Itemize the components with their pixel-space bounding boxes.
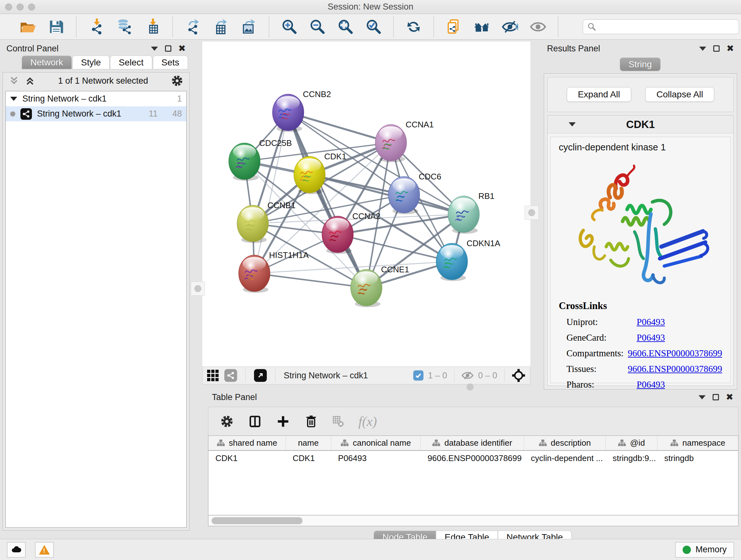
column-header-@id[interactable]: @id [606,436,657,450]
table-cell[interactable]: CDK1 [208,450,286,466]
cloud-button[interactable] [7,542,25,557]
search-icon [587,22,596,31]
export-table-button[interactable] [212,18,229,35]
gene-entry-header[interactable]: CDK1 [548,116,733,133]
crosslink-link[interactable]: 9606.ENSP00000378699 [628,348,722,359]
expand-all-networks-icon[interactable] [9,75,19,86]
table-cell[interactable]: cyclin-dependent ... [524,450,606,466]
node-label: HIST1H1A [269,250,309,260]
collapse-all-networks-icon[interactable] [24,75,36,86]
expand-all-button[interactable]: Expand All [567,87,631,102]
hide-selected-button[interactable] [502,18,518,35]
grid-view-icon[interactable] [207,370,219,381]
control-panel-close-icon[interactable]: ✖ [179,44,186,53]
network-canvas[interactable]: CCNB2CCNA1CDC25BCDK1CDC6RB1CCNB1CCNA2CDK… [202,42,530,367]
network-edge[interactable] [254,273,366,288]
network-collection-row[interactable]: String Network – cdk1 1 [6,91,186,106]
column-header-namespace[interactable]: namespace [657,436,738,450]
network-node-ccne1[interactable]: CCNE1 [351,265,409,307]
table-row[interactable]: CDK1CDK1P064939606.ENSP00000378699cyclin… [208,450,738,466]
collapse-all-button[interactable]: Collapse All [645,87,714,102]
show-columns-icon[interactable] [248,415,262,428]
zoom-in-button[interactable] [281,18,297,35]
node-label: CDKN1A [467,239,500,248]
memory-button[interactable]: Memory [675,542,734,557]
network-node-rb1[interactable]: RB1 [448,191,495,234]
network-options-gear-icon[interactable] [171,74,184,87]
tab-style[interactable]: Style [72,56,110,69]
gene-collapse-icon[interactable] [569,122,576,126]
import-table-button[interactable] [144,18,161,35]
selected-checkbox[interactable] [413,370,423,381]
table-panel: Table Panel ✖ f(x) shared namenamecanoni… [207,390,738,539]
add-column-icon[interactable] [276,415,290,428]
import-network-button[interactable] [88,18,105,35]
column-header-canonical-name[interactable]: canonical name [331,436,421,450]
warning-button[interactable]: ! [35,542,54,557]
homes-button[interactable] [474,18,490,35]
delete-column-icon[interactable] [304,415,318,428]
column-header-database-identifier[interactable]: database identifier [421,436,524,450]
column-header-name[interactable]: name [286,436,331,450]
table-cell[interactable]: P06493 [331,450,421,466]
export-network-button[interactable] [185,18,201,35]
tab-select[interactable]: Select [110,56,152,69]
network-row[interactable]: String Network – cdk1 11 48 [6,106,186,121]
control-panel-title: Control Panel [6,44,59,54]
network-node-cdc6[interactable]: CDC6 [388,172,441,214]
collection-count: 1 [177,94,182,104]
table-cell[interactable]: stringdb:9... [606,450,657,466]
table-panel-menu-icon[interactable] [698,395,705,399]
network-edge[interactable] [288,112,366,288]
scrollbar-thumb[interactable] [212,517,302,524]
tab-string[interactable]: String [620,57,660,71]
table-cell[interactable]: CDK1 [286,450,331,466]
results-panel-menu-icon[interactable] [699,47,706,51]
node-label: RB1 [478,191,495,201]
import-network-from-database-button[interactable] [116,18,133,35]
zoom-selected-button[interactable] [365,18,382,35]
node-label: CDC25B [259,138,292,148]
crosslink-link[interactable]: P06493 [636,379,665,390]
zoom-out-button[interactable] [309,18,326,35]
export-image-button[interactable] [241,18,257,35]
results-panel-float-icon[interactable] [713,45,720,52]
network-node-ccnb2[interactable]: CCNB2 [273,89,331,132]
network-node-cdkn1a[interactable]: CDKN1A [436,239,500,281]
refresh-button[interactable] [405,18,422,35]
save-session-button[interactable] [48,18,64,35]
crosslink-link[interactable]: P06493 [636,332,665,343]
table-panel-close-icon[interactable]: ✖ [726,393,733,401]
tab-sets[interactable]: Sets [153,56,188,69]
network-node-ccna2[interactable]: CCNA2 [322,211,381,254]
zoom-fit-button[interactable] [337,18,354,35]
table-cell[interactable]: 9606.ENSP00000378699 [421,450,524,466]
results-panel-close-icon[interactable]: ✖ [727,44,734,53]
column-header-description[interactable]: description [524,436,606,450]
network-view-icon[interactable] [224,369,237,382]
collection-expand-icon[interactable] [10,97,17,101]
column-header-shared-name[interactable]: shared name [208,436,286,450]
network-node-hist1h1a[interactable]: HIST1H1A [239,250,309,293]
node-label: CCNB1 [267,200,295,210]
table-horizontal-scrollbar[interactable] [208,515,738,526]
table-cell[interactable]: stringdb [657,450,738,466]
network-icon [20,108,32,120]
tab-network[interactable]: Network [22,56,72,69]
open-session-button[interactable] [20,18,37,35]
right-splitter-handle[interactable] [525,206,539,220]
control-panel-menu-icon[interactable] [151,47,158,51]
birdseye-crosshair-icon[interactable] [512,368,526,382]
search-input[interactable] [583,19,739,34]
table-options-gear-icon[interactable] [220,415,234,428]
network-edge[interactable] [254,112,288,273]
table-panel-float-icon[interactable] [713,394,719,400]
control-panel-float-icon[interactable] [165,45,172,52]
left-splitter-handle[interactable] [191,282,205,296]
detach-view-icon[interactable] [254,369,267,382]
string-document-button[interactable] [446,18,462,35]
status-bar: ! Memory [0,539,741,560]
crosslink-link[interactable]: 9606.ENSP00000378699 [628,364,722,374]
show-all-button[interactable] [530,18,546,35]
crosslink-link[interactable]: P06493 [636,317,665,327]
